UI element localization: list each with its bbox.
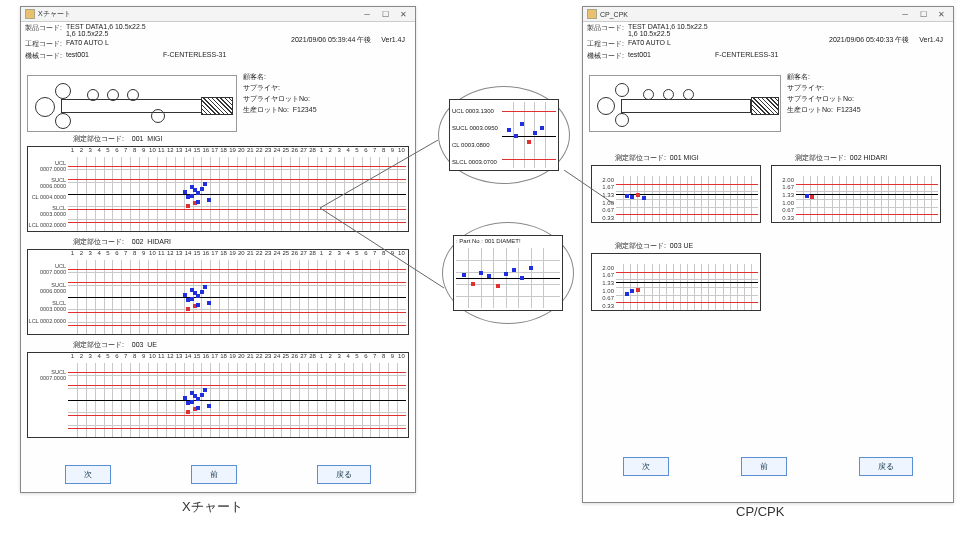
- window-title: CP_CPK: [600, 11, 628, 18]
- part-diagram: [27, 75, 237, 132]
- info-block: 顧客名: サプライヤ: サプライヤロットNo: 生産ロットNo: F12345: [787, 71, 861, 115]
- maximize-button[interactable]: ☐: [377, 9, 393, 19]
- minimize-button[interactable]: ─: [359, 9, 375, 19]
- caption-left: Xチャート: [182, 498, 243, 516]
- product-code-label: 製品コード:: [25, 23, 62, 33]
- svg-line-2: [564, 170, 614, 204]
- close-button[interactable]: ✕: [395, 9, 411, 19]
- maximize-button[interactable]: ☐: [915, 9, 931, 19]
- part-diagram: [589, 75, 781, 132]
- process-code-label: 工程コード:: [25, 39, 62, 49]
- svg-line-1: [320, 208, 444, 288]
- cpk-chart-002: 測定部位コード: 002 HIDARI 2.001.671.331.000.67…: [771, 153, 941, 223]
- xchart-003[interactable]: 1234567891011121314151617181920212223242…: [27, 352, 409, 438]
- next-button[interactable]: 次: [65, 465, 111, 484]
- cpcpk-window: CP_CPK ─ ☐ ✕ 2021/09/06 05:40:33 午後Ver1.…: [582, 6, 954, 503]
- header-right: 2021/09/06 05:39:44 午後Ver1.4J: [281, 35, 405, 45]
- prev-button[interactable]: 前: [191, 465, 237, 484]
- next-button[interactable]: 次: [623, 457, 669, 476]
- back-button[interactable]: 戻る: [317, 465, 371, 484]
- info-block: 顧客名: サプライヤ: サプライヤロットNo: 生産ロットNo: F12345: [243, 71, 317, 115]
- machine-code-label: 機械コード:: [25, 51, 62, 61]
- chart-section-003: 測定部位コード: 003 UE 123456789101112131415161…: [27, 340, 409, 440]
- app-icon: [25, 9, 35, 19]
- back-button[interactable]: 戻る: [859, 457, 913, 476]
- prev-button[interactable]: 前: [741, 457, 787, 476]
- caption-right: CP/CPK: [736, 504, 784, 519]
- window-title: Xチャート: [38, 9, 71, 19]
- callout-leader-icon: [560, 170, 620, 240]
- minimize-button[interactable]: ─: [897, 9, 913, 19]
- app-icon: [587, 9, 597, 19]
- close-button[interactable]: ✕: [933, 9, 949, 19]
- titlebar[interactable]: CP_CPK ─ ☐ ✕: [583, 7, 953, 22]
- cpk-chart-003: 測定部位コード: 003 UE 2.001.671.331.000.670.33: [591, 241, 761, 311]
- zoom-bubble-series: : Part No : 001 DIAMET!: [442, 222, 574, 324]
- titlebar[interactable]: Xチャート ─ ☐ ✕: [21, 7, 415, 22]
- header-right: 2021/09/06 05:40:33 午後Ver1.4J: [819, 35, 943, 45]
- callout-leader-icon: [320, 140, 460, 340]
- svg-line-0: [320, 140, 438, 208]
